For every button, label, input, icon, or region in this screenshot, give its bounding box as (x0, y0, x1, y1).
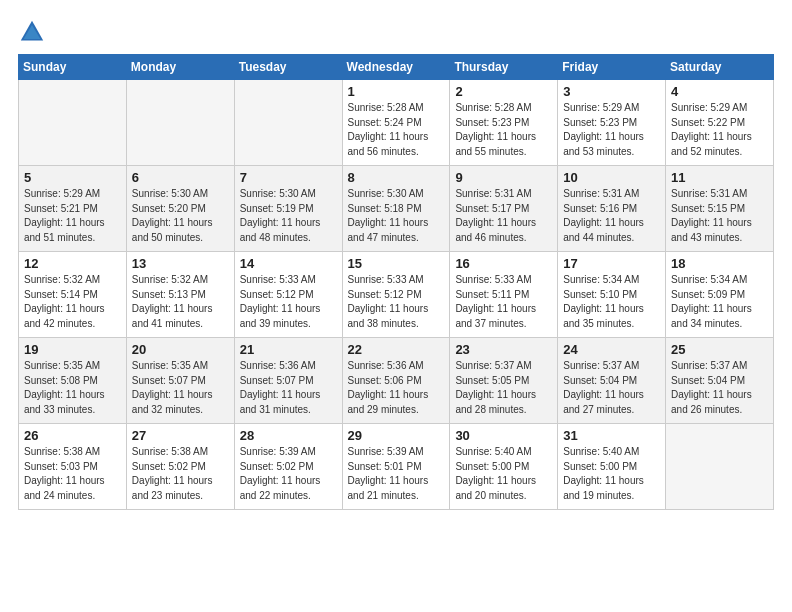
day-info: Sunrise: 5:31 AM Sunset: 5:15 PM Dayligh… (671, 187, 768, 245)
calendar-cell (19, 80, 127, 166)
day-number: 15 (348, 256, 445, 271)
day-number: 29 (348, 428, 445, 443)
day-number: 21 (240, 342, 337, 357)
calendar-cell: 4Sunrise: 5:29 AM Sunset: 5:22 PM Daylig… (666, 80, 774, 166)
logo-icon (18, 18, 46, 46)
day-info: Sunrise: 5:32 AM Sunset: 5:14 PM Dayligh… (24, 273, 121, 331)
calendar-cell: 23Sunrise: 5:37 AM Sunset: 5:05 PM Dayli… (450, 338, 558, 424)
day-number: 16 (455, 256, 552, 271)
calendar-cell: 10Sunrise: 5:31 AM Sunset: 5:16 PM Dayli… (558, 166, 666, 252)
day-number: 20 (132, 342, 229, 357)
calendar-cell: 21Sunrise: 5:36 AM Sunset: 5:07 PM Dayli… (234, 338, 342, 424)
weekday-header-sunday: Sunday (19, 55, 127, 80)
day-info: Sunrise: 5:35 AM Sunset: 5:08 PM Dayligh… (24, 359, 121, 417)
calendar-cell: 16Sunrise: 5:33 AM Sunset: 5:11 PM Dayli… (450, 252, 558, 338)
calendar-cell: 22Sunrise: 5:36 AM Sunset: 5:06 PM Dayli… (342, 338, 450, 424)
calendar-cell: 1Sunrise: 5:28 AM Sunset: 5:24 PM Daylig… (342, 80, 450, 166)
day-number: 3 (563, 84, 660, 99)
calendar-cell: 5Sunrise: 5:29 AM Sunset: 5:21 PM Daylig… (19, 166, 127, 252)
day-number: 22 (348, 342, 445, 357)
calendar-cell: 20Sunrise: 5:35 AM Sunset: 5:07 PM Dayli… (126, 338, 234, 424)
calendar-cell (234, 80, 342, 166)
calendar-cell (126, 80, 234, 166)
calendar-week-row: 1Sunrise: 5:28 AM Sunset: 5:24 PM Daylig… (19, 80, 774, 166)
day-number: 19 (24, 342, 121, 357)
weekday-header-row: SundayMondayTuesdayWednesdayThursdayFrid… (19, 55, 774, 80)
day-number: 7 (240, 170, 337, 185)
calendar-cell: 2Sunrise: 5:28 AM Sunset: 5:23 PM Daylig… (450, 80, 558, 166)
day-info: Sunrise: 5:34 AM Sunset: 5:10 PM Dayligh… (563, 273, 660, 331)
weekday-header-wednesday: Wednesday (342, 55, 450, 80)
calendar-week-row: 12Sunrise: 5:32 AM Sunset: 5:14 PM Dayli… (19, 252, 774, 338)
day-info: Sunrise: 5:34 AM Sunset: 5:09 PM Dayligh… (671, 273, 768, 331)
day-number: 23 (455, 342, 552, 357)
calendar-cell: 19Sunrise: 5:35 AM Sunset: 5:08 PM Dayli… (19, 338, 127, 424)
day-number: 17 (563, 256, 660, 271)
day-number: 8 (348, 170, 445, 185)
calendar-cell: 24Sunrise: 5:37 AM Sunset: 5:04 PM Dayli… (558, 338, 666, 424)
calendar-cell: 27Sunrise: 5:38 AM Sunset: 5:02 PM Dayli… (126, 424, 234, 510)
weekday-header-friday: Friday (558, 55, 666, 80)
day-number: 9 (455, 170, 552, 185)
day-number: 25 (671, 342, 768, 357)
day-info: Sunrise: 5:31 AM Sunset: 5:17 PM Dayligh… (455, 187, 552, 245)
day-info: Sunrise: 5:33 AM Sunset: 5:11 PM Dayligh… (455, 273, 552, 331)
day-info: Sunrise: 5:35 AM Sunset: 5:07 PM Dayligh… (132, 359, 229, 417)
day-number: 13 (132, 256, 229, 271)
calendar-cell: 13Sunrise: 5:32 AM Sunset: 5:13 PM Dayli… (126, 252, 234, 338)
calendar-cell: 25Sunrise: 5:37 AM Sunset: 5:04 PM Dayli… (666, 338, 774, 424)
day-info: Sunrise: 5:30 AM Sunset: 5:20 PM Dayligh… (132, 187, 229, 245)
day-info: Sunrise: 5:38 AM Sunset: 5:03 PM Dayligh… (24, 445, 121, 503)
day-info: Sunrise: 5:36 AM Sunset: 5:06 PM Dayligh… (348, 359, 445, 417)
day-number: 14 (240, 256, 337, 271)
calendar-cell: 3Sunrise: 5:29 AM Sunset: 5:23 PM Daylig… (558, 80, 666, 166)
day-info: Sunrise: 5:33 AM Sunset: 5:12 PM Dayligh… (240, 273, 337, 331)
day-number: 10 (563, 170, 660, 185)
main-container: SundayMondayTuesdayWednesdayThursdayFrid… (0, 0, 792, 520)
day-info: Sunrise: 5:28 AM Sunset: 5:23 PM Dayligh… (455, 101, 552, 159)
day-number: 26 (24, 428, 121, 443)
day-number: 2 (455, 84, 552, 99)
day-info: Sunrise: 5:29 AM Sunset: 5:23 PM Dayligh… (563, 101, 660, 159)
logo (18, 18, 48, 46)
day-number: 31 (563, 428, 660, 443)
day-info: Sunrise: 5:29 AM Sunset: 5:22 PM Dayligh… (671, 101, 768, 159)
day-number: 11 (671, 170, 768, 185)
calendar-cell: 31Sunrise: 5:40 AM Sunset: 5:00 PM Dayli… (558, 424, 666, 510)
weekday-header-monday: Monday (126, 55, 234, 80)
calendar-cell: 12Sunrise: 5:32 AM Sunset: 5:14 PM Dayli… (19, 252, 127, 338)
day-info: Sunrise: 5:37 AM Sunset: 5:04 PM Dayligh… (563, 359, 660, 417)
calendar-cell: 29Sunrise: 5:39 AM Sunset: 5:01 PM Dayli… (342, 424, 450, 510)
day-number: 12 (24, 256, 121, 271)
day-number: 27 (132, 428, 229, 443)
calendar-cell: 28Sunrise: 5:39 AM Sunset: 5:02 PM Dayli… (234, 424, 342, 510)
calendar-week-row: 19Sunrise: 5:35 AM Sunset: 5:08 PM Dayli… (19, 338, 774, 424)
day-number: 24 (563, 342, 660, 357)
calendar-cell (666, 424, 774, 510)
day-info: Sunrise: 5:30 AM Sunset: 5:19 PM Dayligh… (240, 187, 337, 245)
day-number: 4 (671, 84, 768, 99)
calendar-cell: 15Sunrise: 5:33 AM Sunset: 5:12 PM Dayli… (342, 252, 450, 338)
day-info: Sunrise: 5:33 AM Sunset: 5:12 PM Dayligh… (348, 273, 445, 331)
day-number: 6 (132, 170, 229, 185)
day-number: 1 (348, 84, 445, 99)
calendar-cell: 30Sunrise: 5:40 AM Sunset: 5:00 PM Dayli… (450, 424, 558, 510)
calendar-cell: 6Sunrise: 5:30 AM Sunset: 5:20 PM Daylig… (126, 166, 234, 252)
day-info: Sunrise: 5:29 AM Sunset: 5:21 PM Dayligh… (24, 187, 121, 245)
calendar-cell: 17Sunrise: 5:34 AM Sunset: 5:10 PM Dayli… (558, 252, 666, 338)
calendar-cell: 18Sunrise: 5:34 AM Sunset: 5:09 PM Dayli… (666, 252, 774, 338)
calendar-cell: 14Sunrise: 5:33 AM Sunset: 5:12 PM Dayli… (234, 252, 342, 338)
day-info: Sunrise: 5:36 AM Sunset: 5:07 PM Dayligh… (240, 359, 337, 417)
day-number: 18 (671, 256, 768, 271)
calendar-cell: 7Sunrise: 5:30 AM Sunset: 5:19 PM Daylig… (234, 166, 342, 252)
day-info: Sunrise: 5:40 AM Sunset: 5:00 PM Dayligh… (455, 445, 552, 503)
day-number: 30 (455, 428, 552, 443)
calendar-week-row: 26Sunrise: 5:38 AM Sunset: 5:03 PM Dayli… (19, 424, 774, 510)
calendar-table: SundayMondayTuesdayWednesdayThursdayFrid… (18, 54, 774, 510)
header (18, 18, 774, 46)
day-info: Sunrise: 5:39 AM Sunset: 5:01 PM Dayligh… (348, 445, 445, 503)
weekday-header-thursday: Thursday (450, 55, 558, 80)
day-info: Sunrise: 5:37 AM Sunset: 5:04 PM Dayligh… (671, 359, 768, 417)
day-info: Sunrise: 5:37 AM Sunset: 5:05 PM Dayligh… (455, 359, 552, 417)
day-info: Sunrise: 5:40 AM Sunset: 5:00 PM Dayligh… (563, 445, 660, 503)
